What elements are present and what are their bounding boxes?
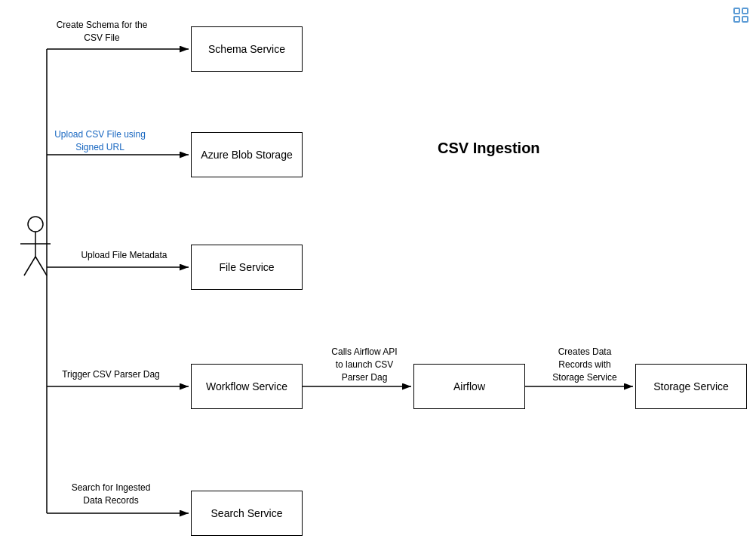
label-airflow-call: Calls Airflow APIto launch CSVParser Dag [315,346,413,383]
svg-rect-1 [742,8,748,14]
svg-line-8 [35,257,47,275]
label-blob: Upload CSV File using Signed URL [45,128,155,154]
svg-rect-2 [742,17,748,22]
label-storage-create: Creates DataRecords withStorage Service [536,346,634,383]
storage-service-box: Storage Service [635,364,747,409]
svg-line-7 [24,257,35,275]
azure-blob-box: Azure Blob Storage [191,132,303,177]
label-workflow: Trigger CSV Parser Dag [62,368,160,381]
workflow-service-box: Workflow Service [191,364,303,409]
label-file: Upload File Metadata [69,249,179,262]
search-service-box: Search Service [191,491,303,536]
diagram-container: CSV Ingestion Schema Service Azure Blob … [0,0,756,554]
arrows-svg [0,0,756,554]
actor-figure [17,215,54,286]
focus-icon[interactable] [732,6,750,24]
airflow-box: Airflow [413,364,525,409]
label-schema: Create Schema for the CSV File [53,19,151,45]
svg-rect-3 [734,17,739,22]
diagram-title: CSV Ingestion [438,140,540,157]
svg-rect-0 [734,8,739,14]
schema-service-box: Schema Service [191,26,303,72]
file-service-box: File Service [191,245,303,290]
svg-point-4 [28,217,43,232]
label-search: Search for IngestedData Records [54,482,167,507]
